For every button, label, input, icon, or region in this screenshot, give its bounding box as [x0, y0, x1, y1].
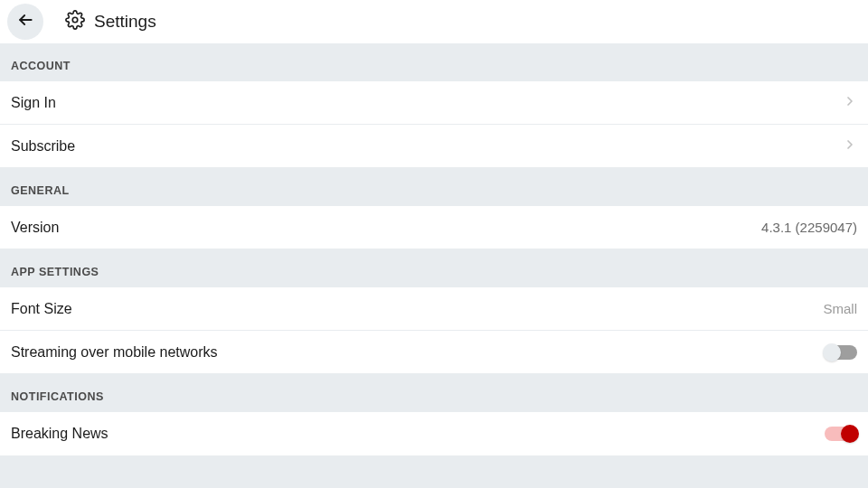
streaming-toggle[interactable]	[825, 345, 857, 360]
title-wrapper: Settings	[65, 10, 156, 33]
back-arrow-icon	[16, 11, 34, 33]
row-label: Streaming over mobile networks	[11, 344, 218, 361]
section-header-account: ACCOUNT	[0, 43, 868, 81]
chevron-right-icon	[843, 94, 857, 112]
section-header-notifications: NOTIFICATIONS	[0, 374, 868, 412]
row-label: Subscribe	[11, 138, 75, 155]
row-label: Breaking News	[11, 426, 108, 442]
version-value: 4.3.1 (2259047)	[761, 220, 857, 235]
back-button[interactable]	[7, 4, 43, 40]
row-label: Sign In	[11, 95, 56, 111]
svg-point-1	[72, 17, 78, 23]
section-header-app-settings: APP SETTINGS	[0, 249, 868, 287]
gear-icon	[65, 10, 85, 33]
row-sign-in[interactable]: Sign In	[0, 81, 868, 125]
font-size-value: Small	[823, 301, 857, 316]
page-title: Settings	[94, 12, 156, 32]
toggle-knob	[823, 343, 841, 361]
row-version: Version 4.3.1 (2259047)	[0, 206, 868, 249]
chevron-right-icon	[843, 137, 857, 155]
toggle-knob	[841, 425, 859, 443]
row-label: Font Size	[11, 301, 72, 317]
row-font-size[interactable]: Font Size Small	[0, 287, 868, 331]
row-streaming: Streaming over mobile networks	[0, 331, 868, 374]
row-subscribe[interactable]: Subscribe	[0, 125, 868, 168]
header: Settings	[0, 0, 868, 43]
row-breaking-news: Breaking News	[0, 412, 868, 455]
row-label: Version	[11, 220, 59, 236]
breaking-news-toggle[interactable]	[825, 427, 857, 441]
section-header-general: GENERAL	[0, 168, 868, 206]
